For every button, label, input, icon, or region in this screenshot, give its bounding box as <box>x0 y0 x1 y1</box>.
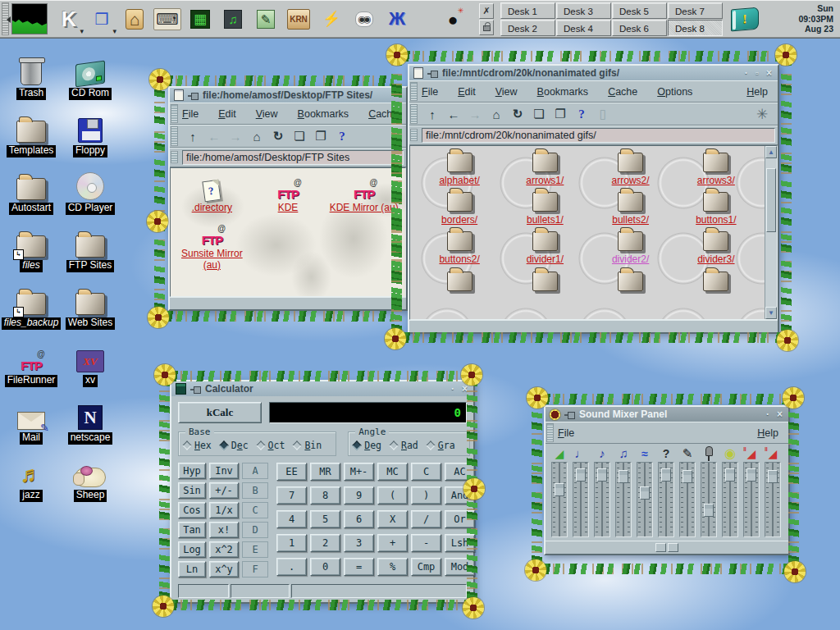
lock-button[interactable] <box>479 20 494 35</box>
minimize-button[interactable]: · <box>765 409 771 419</box>
ftp-site-link[interactable]: FTP KDE Mirror (au) <box>330 176 399 214</box>
channel-icon[interactable]: ? <box>655 445 677 461</box>
desk-button[interactable]: Desk 3 <box>556 2 611 19</box>
slider-handle[interactable] <box>661 468 671 482</box>
scroll-thumb[interactable] <box>766 168 776 232</box>
folder-item[interactable]: buttons1/ <box>696 192 736 226</box>
calc-key[interactable]: C <box>411 463 441 481</box>
desktop-icon[interactable]: Autostart <box>2 158 61 215</box>
calc-key[interactable]: Log <box>178 541 206 558</box>
scroll-track[interactable] <box>765 158 777 307</box>
scroll-up-button[interactable]: ▲ <box>765 146 777 158</box>
slider-handle[interactable] <box>768 470 778 483</box>
panel-launcher-icon[interactable]: ⌨ <box>151 2 184 35</box>
help-book-icon[interactable]: ! <box>731 7 759 31</box>
toolbar-icon[interactable]: ⌂ <box>486 104 507 124</box>
calc-key[interactable]: - <box>411 534 441 552</box>
folder-item[interactable]: bullets2/ <box>612 192 649 226</box>
channel-icon[interactable]: ◢ <box>762 445 783 461</box>
calc-key[interactable]: Mod <box>445 558 475 576</box>
toolbar-icon[interactable]: ↑ <box>422 104 443 124</box>
locbar-drag-handle[interactable] <box>410 129 418 141</box>
desktop-icon[interactable]: Templates <box>2 100 61 158</box>
toolbar-icon[interactable]: → <box>225 126 246 146</box>
titlebar[interactable]: file:/mnt/cdrom/20k/nonanimated gifs/ · … <box>409 66 778 80</box>
folder-item[interactable]: buttons2/ <box>439 231 479 265</box>
toolbar-icon[interactable]: ? <box>571 104 592 124</box>
sticky-pin-icon[interactable] <box>188 92 199 99</box>
calc-key[interactable]: 7 <box>276 486 307 504</box>
menu-item-help[interactable]: Help <box>757 427 778 439</box>
calc-key[interactable]: AC <box>445 463 475 481</box>
calc-key[interactable]: 1/x <box>209 502 239 518</box>
titlebar[interactable]: Calculator · × <box>171 381 473 396</box>
channel-icon[interactable] <box>698 445 719 461</box>
calc-key[interactable]: 8 <box>310 486 340 504</box>
channel-slider[interactable] <box>634 462 655 541</box>
menu-item[interactable]: Cache <box>608 86 637 98</box>
calc-key[interactable]: +/- <box>209 482 239 499</box>
channel-icon[interactable]: ◢ <box>741 445 762 461</box>
slider-handle[interactable] <box>576 468 586 482</box>
desktop-icon[interactable]: ♬ jazz <box>2 445 61 502</box>
desktop-icon[interactable]: Mail <box>2 387 61 445</box>
panel-launcher-icon[interactable]: KRN <box>282 2 315 35</box>
channel-icon[interactable]: ♩ <box>570 445 591 461</box>
location-input[interactable]: file:/mnt/cdrom/20k/nonanimated gifs/ <box>422 128 775 143</box>
panel-hide-handle[interactable] <box>2 2 9 35</box>
toolbar-icon[interactable]: ✳ <box>751 104 773 124</box>
calc-key[interactable]: = <box>344 558 374 576</box>
base-radio[interactable]: Bin <box>294 440 322 451</box>
toolbar-icon[interactable]: ❐ <box>550 104 571 124</box>
menubar-drag-handle[interactable] <box>546 423 554 442</box>
kcalc-about-button[interactable]: kCalc <box>178 402 262 423</box>
menu-item[interactable]: View <box>256 108 278 120</box>
desktop-icon[interactable]: N netscape <box>61 387 120 445</box>
calc-key[interactable]: / <box>411 510 441 528</box>
locbar-drag-handle[interactable] <box>171 151 178 163</box>
toolbar-drag-handle[interactable] <box>171 126 178 146</box>
slider-track[interactable] <box>679 462 696 537</box>
titlebar[interactable]: file:/home/amosf/Desktop/FTP Sites/ <box>170 88 406 103</box>
angle-radio[interactable]: Rad <box>390 440 418 451</box>
calc-key[interactable]: Ln <box>178 561 206 578</box>
calc-key[interactable]: Or <box>445 510 475 528</box>
slider-track[interactable] <box>722 462 738 537</box>
slider-track[interactable] <box>637 462 653 537</box>
close-button[interactable]: × <box>775 409 784 419</box>
toolbar-icon[interactable]: → <box>464 104 486 124</box>
channel-icon[interactable]: ♪ <box>591 445 613 461</box>
panel-launcher-icon[interactable]: ⚡ <box>315 2 348 35</box>
slider-track[interactable] <box>615 462 632 537</box>
toolbar-icon[interactable]: ↑ <box>182 126 203 146</box>
menu-item[interactable]: Bookmarks <box>537 86 589 98</box>
calc-key[interactable]: E <box>242 541 268 558</box>
toolbar-icon[interactable]: ↻ <box>267 126 289 146</box>
calc-key[interactable]: + <box>377 534 408 552</box>
menu-item[interactable]: View <box>495 86 518 98</box>
ftp-site-link[interactable]: FTP KDE <box>277 176 298 214</box>
desktop-icon[interactable]: files_backup <box>2 272 61 330</box>
toolbar-icon[interactable]: ❏ <box>289 126 310 146</box>
logout-button[interactable]: ✗ <box>479 3 494 19</box>
desktop-icon[interactable]: Floppy <box>61 100 120 158</box>
scroll-down-button[interactable]: ▼ <box>765 307 777 319</box>
calc-key[interactable]: x^y <box>209 561 239 578</box>
desktop-icon[interactable]: files <box>2 215 61 272</box>
sticky-pin-icon[interactable] <box>190 386 201 393</box>
slider-track[interactable] <box>701 462 717 537</box>
panel-launcher-icon[interactable]: K <box>52 2 85 35</box>
channel-slider[interactable] <box>570 462 591 541</box>
calc-key[interactable]: 2 <box>310 534 340 552</box>
panel-launcher-icon[interactable]: ✎ <box>249 2 282 35</box>
base-radio[interactable]: Oct <box>258 440 285 451</box>
base-radio[interactable]: Hex <box>184 440 212 451</box>
slider-handle[interactable] <box>682 470 692 483</box>
slider-track[interactable] <box>658 462 674 537</box>
channel-slider[interactable] <box>655 462 677 541</box>
angle-radio[interactable]: Gra <box>427 440 455 451</box>
panel-launcher-icon[interactable]: ♫ <box>217 2 249 35</box>
slider-track[interactable] <box>551 462 568 537</box>
menu-item[interactable]: Options <box>657 86 692 98</box>
channel-slider[interactable] <box>549 462 570 541</box>
